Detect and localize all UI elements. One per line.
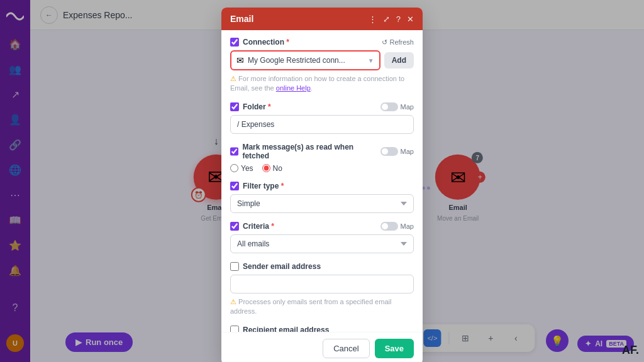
filter-type-label: Filter type * [243,182,284,190]
modal-menu-icon[interactable]: ⋮ [369,14,377,24]
connection-select-wrapper: ✉ My Google Restricted conn... ▼ Add [230,50,414,70]
refresh-button[interactable]: ↺ Refresh [382,38,414,47]
modal-header-icons: ⋮ ⤢ ? ✕ [369,14,414,24]
connection-arrow-icon: ▼ [368,57,374,64]
map-toggle-criteria: Map [380,222,414,231]
radio-row: Yes No [230,164,414,173]
filter-type-header-row: Filter type * [230,182,414,190]
criteria-map-toggle[interactable] [380,222,398,231]
mark-read-checkbox[interactable] [230,147,238,156]
sender-checkbox[interactable] [230,262,239,271]
radio-yes-input[interactable] [230,164,238,172]
sender-info-icon: ⚠ [230,298,236,305]
map-label-folder: Map [401,103,414,111]
criteria-section: Criteria * Map All emails From specific … [230,222,414,253]
required-mark: * [284,38,289,47]
sender-label: Sender email address [243,262,321,271]
mark-read-map-toggle[interactable] [380,147,398,156]
email-modal: Email ⋮ ⤢ ? ✕ Connection * ↺ Refresh [221,8,423,362]
criteria-checkbox[interactable] [230,222,239,231]
radio-yes[interactable]: Yes [230,164,253,173]
map-toggle-mark-read: Map [380,147,414,156]
map-label-criteria: Map [401,222,414,230]
folder-map-toggle[interactable] [380,102,398,111]
folder-checkbox[interactable] [230,102,239,111]
folder-section: Folder * Map [230,102,414,134]
modal-close-icon[interactable]: ✕ [407,14,414,24]
map-toggle-folder: Map [380,102,414,111]
connection-select[interactable]: ✉ My Google Restricted conn... ▼ [230,50,380,70]
connection-section: Connection * ↺ Refresh ✉ My Google Restr… [230,38,414,94]
connection-value: My Google Restricted conn... [248,56,364,65]
modal-header: Email ⋮ ⤢ ? ✕ [221,8,423,30]
mark-read-label: Mark message(s) as read when fetched [242,143,376,160]
connection-checkbox[interactable] [230,38,239,47]
folder-header-row: Folder * Map [230,102,414,111]
sender-header-row: Sender email address [230,262,414,271]
connection-info-text: ⚠ For more information on how to create … [230,74,414,94]
recipient-checkbox[interactable] [230,326,239,332]
connection-label: Connection * [243,38,289,47]
modal-title: Email [230,14,253,24]
radio-no[interactable]: No [262,164,282,173]
filter-type-select[interactable]: Simple Complex [230,194,414,213]
map-label-mark-read: Map [401,148,414,155]
modal-expand-icon[interactable]: ⤢ [383,14,390,24]
filter-type-checkbox[interactable] [230,182,239,190]
recipient-label: Recipient email address [243,326,329,332]
required-mark-2: * [266,102,271,111]
criteria-label: Criteria * [243,222,274,231]
modal-footer: Cancel Save [221,332,423,362]
mark-read-section: Mark message(s) as read when fetched Map… [230,143,414,173]
folder-label: Folder * [243,102,271,111]
radio-no-input[interactable] [262,164,270,172]
modal-help-icon[interactable]: ? [396,14,401,24]
cancel-button[interactable]: Cancel [323,339,369,358]
filter-type-section: Filter type * Simple Complex [230,182,414,213]
sender-info-text: ⚠ Processes only emails sent from a spec… [230,297,414,317]
recipient-section: Recipient email address ⚠ Processes only… [230,326,414,332]
criteria-header-row: Criteria * Map [230,222,414,231]
add-connection-button[interactable]: Add [384,52,414,69]
save-button[interactable]: Save [375,339,414,358]
required-mark-4: * [269,222,274,231]
connection-header-row: Connection * ↺ Refresh [230,38,414,47]
recipient-header-row: Recipient email address [230,326,414,332]
online-help-link[interactable]: online Help [276,84,311,92]
sender-section: Sender email address ⚠ Processes only em… [230,262,414,317]
email-conn-icon: ✉ [236,55,244,65]
criteria-select[interactable]: All emails From specific sender To speci… [230,234,414,253]
mark-read-header-row: Mark message(s) as read when fetched Map [230,143,414,160]
sender-email-input[interactable] [230,275,414,293]
info-icon: ⚠ [230,75,236,82]
required-mark-3: * [279,182,284,190]
modal-overlay: Email ⋮ ⤢ ? ✕ Connection * ↺ Refresh [0,0,644,362]
modal-body: Connection * ↺ Refresh ✉ My Google Restr… [221,30,423,332]
folder-input[interactable] [230,115,414,134]
